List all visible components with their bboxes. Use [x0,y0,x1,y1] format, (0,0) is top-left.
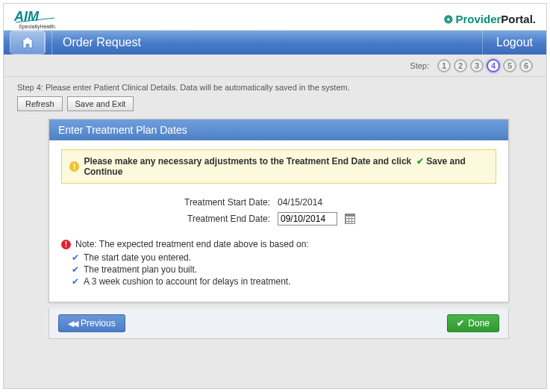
previous-button[interactable]: ◀◀ Previous [58,314,125,332]
alert-text-pre: Please make any necessary adjustments to… [84,156,411,167]
start-date-row: Treatment Start Date: 04/15/2014 [166,197,496,208]
note-header: Note: The expected treatment end date ab… [75,239,309,249]
check-icon: ✔ [72,264,79,275]
page-title: Order Request [60,36,482,49]
note-list: ✔The start date you entered.✔The treatme… [61,252,496,287]
step-indicator-row: Step: 123456 [4,55,546,77]
step-circle-2[interactable]: 2 [454,59,467,72]
provider-portal-logo: ❂ ProviderPortal. [444,13,536,30]
end-date-input[interactable] [278,212,337,225]
end-date-label: Treatment End Date: [166,214,270,224]
check-icon: ✔ [72,276,79,287]
rewind-icon: ◀◀ [68,319,77,329]
aim-logo: AIM SpecialtyHealth. [14,7,81,30]
step-circle-4[interactable]: 4 [487,59,500,72]
alert-banner: ! Please make any necessary adjustments … [61,149,496,184]
provider-word: Provider [455,13,501,25]
logout-link[interactable]: Logout [482,31,546,55]
note-item: ✔A 3 week cushion to account for delays … [72,276,496,287]
note-text: The start date you entered. [84,252,191,263]
done-label: Done [468,318,490,329]
note-item: ✔The start date you entered. [72,252,496,263]
step-circle-5[interactable]: 5 [503,59,516,72]
app-viewport: AIM SpecialtyHealth. ❂ ProviderPortal. O… [3,3,547,389]
logo-bar: AIM SpecialtyHealth. ❂ ProviderPortal. [4,4,546,31]
home-button[interactable] [10,31,46,55]
calendar-icon[interactable] [345,214,355,224]
step-circle-6[interactable]: 6 [519,59,533,72]
note-item: ✔The treatment plan you built. [72,264,496,275]
aim-logo-top: AIM [14,9,40,24]
note-text: The treatment plan you built. [84,264,197,275]
check-icon: ✔ [416,156,424,167]
card-header: Enter Treatment Plan Dates [49,119,508,140]
note-section: ! Note: The expected treatment end date … [61,239,496,287]
portal-word: Portal [501,13,533,25]
note-text: A 3 week cushion to account for delays i… [84,276,291,287]
dates-section: Treatment Start Date: 04/15/2014 Treatme… [166,197,496,225]
treatment-card: Enter Treatment Plan Dates ! Please make… [49,119,509,302]
previous-label: Previous [81,318,116,329]
end-date-row: Treatment End Date: [166,212,496,225]
nav-separator [51,31,52,55]
aim-logo-sub: SpecialtyHealth. [19,24,57,30]
check-icon: ✔ [457,318,464,329]
card-body: ! Please make any necessary adjustments … [49,140,508,302]
globe-icon: ❂ [444,13,453,25]
start-date-value: 04/15/2014 [278,197,322,208]
start-date-label: Treatment Start Date: [166,197,270,208]
home-icon [20,36,35,49]
toolbar: Refresh Save and Exit [4,96,546,119]
step-circle-3[interactable]: 3 [470,59,484,72]
portal-dot: . [533,13,536,25]
done-button[interactable]: ✔ Done [447,314,499,332]
save-exit-button[interactable]: Save and Exit [67,96,134,111]
step-instructions: Step 4: Please enter Patient Clinical De… [4,77,546,96]
step-label: Step: [410,61,429,70]
info-icon: ! [61,240,71,249]
step-circle-1[interactable]: 1 [437,59,451,72]
check-icon: ✔ [72,252,79,263]
warning-icon: ! [69,161,79,172]
nav-bar: Order Request Logout [4,31,546,55]
window-frame: AIM SpecialtyHealth. ❂ ProviderPortal. O… [0,0,550,392]
card-footer: ◀◀ Previous ✔ Done [49,308,509,339]
refresh-button[interactable]: Refresh [17,96,63,111]
